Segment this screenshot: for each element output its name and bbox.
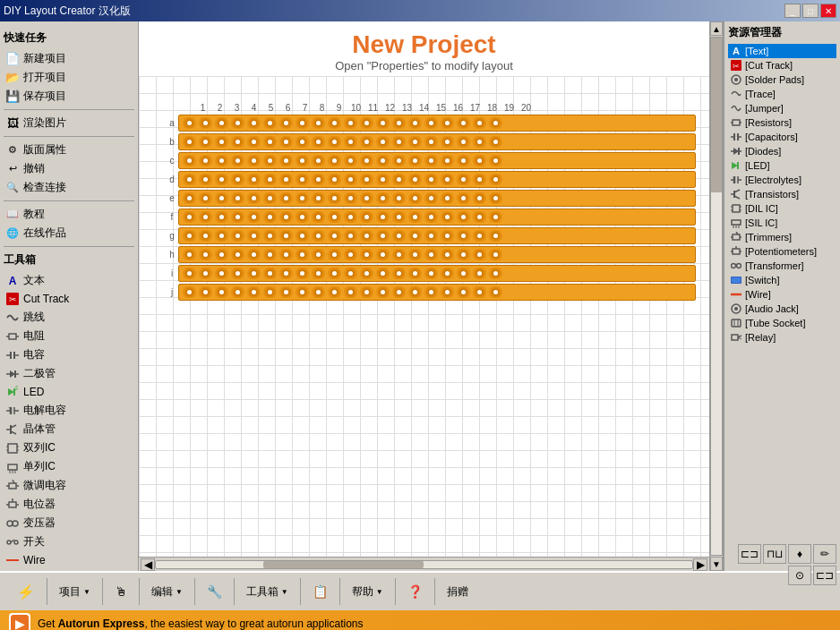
scroll-down-btn[interactable]: ▼: [710, 557, 723, 571]
online-works-item[interactable]: 🌐 在线作品: [4, 224, 134, 243]
hole-g-13[interactable]: [375, 230, 390, 242]
resource-electrolytes[interactable]: [Electrolytes]: [728, 173, 836, 187]
jumper-tool[interactable]: 跳线: [4, 308, 134, 327]
hole-d-2[interactable]: [198, 174, 213, 185]
hole-b-9[interactable]: [311, 136, 326, 148]
cursor-btn[interactable]: 🖱: [107, 580, 135, 603]
edit-menu-btn[interactable]: 编辑 ▼: [143, 580, 191, 604]
hole-e-19[interactable]: [472, 192, 487, 204]
hole-b-2[interactable]: [198, 136, 213, 148]
close-button[interactable]: ✕: [820, 4, 836, 18]
hole-d-9[interactable]: [311, 174, 326, 185]
hole-b-19[interactable]: [472, 136, 487, 148]
hole-d-18[interactable]: [456, 174, 471, 185]
hole-h-5[interactable]: [246, 249, 261, 260]
hole-a-12[interactable]: [359, 117, 374, 129]
hole-b-8[interactable]: [295, 136, 310, 148]
hole-a-8[interactable]: [295, 117, 310, 129]
hole-g-6[interactable]: [262, 230, 278, 242]
hole-f-3[interactable]: [214, 211, 229, 223]
hole-a-19[interactable]: [472, 117, 487, 129]
hole-e-2[interactable]: [198, 192, 213, 204]
scroll-thumb[interactable]: [263, 561, 424, 568]
hole-f-4[interactable]: [230, 211, 245, 223]
hole-g-1[interactable]: [182, 230, 197, 242]
hole-j-9[interactable]: [311, 286, 326, 298]
hole-a-13[interactable]: [375, 117, 390, 129]
resource-resistors[interactable]: [Resistors]: [728, 115, 836, 130]
hole-g-20[interactable]: [488, 230, 503, 242]
hole-h-11[interactable]: [343, 249, 358, 260]
transistor-tool[interactable]: 晶体管: [4, 420, 134, 438]
hole-a-5[interactable]: [246, 117, 261, 129]
tutorial-item[interactable]: 📖 教程: [4, 205, 134, 224]
hole-j-1[interactable]: [182, 286, 197, 298]
resource-diodes[interactable]: [Diodes]: [728, 144, 836, 158]
hole-h-7[interactable]: [279, 249, 294, 260]
hole-c-18[interactable]: [456, 155, 471, 166]
hole-h-10[interactable]: [327, 249, 342, 260]
hole-e-1[interactable]: [182, 192, 197, 204]
hole-i-17[interactable]: [440, 268, 455, 279]
hole-c-20[interactable]: [488, 155, 503, 166]
hole-j-15[interactable]: [407, 286, 423, 298]
hole-c-11[interactable]: [343, 155, 358, 166]
render-image-item[interactable]: 🖼 渲染图片: [4, 114, 134, 132]
resource-tube-socket[interactable]: [Tube Socket]: [728, 316, 836, 330]
new-project-item[interactable]: 📄 新建项目: [4, 49, 134, 68]
hole-i-13[interactable]: [375, 268, 390, 279]
hole-h-3[interactable]: [214, 249, 229, 260]
hole-f-18[interactable]: [456, 211, 471, 223]
hole-h-19[interactable]: [472, 249, 487, 260]
hole-a-15[interactable]: [407, 117, 423, 129]
hole-e-20[interactable]: [488, 192, 503, 204]
hole-g-3[interactable]: [214, 230, 229, 242]
hole-a-17[interactable]: [440, 117, 455, 129]
track-strip-b[interactable]: [178, 133, 696, 150]
hole-j-20[interactable]: [488, 286, 503, 298]
hole-f-5[interactable]: [246, 211, 261, 223]
hole-j-4[interactable]: [230, 286, 245, 298]
resource-wire[interactable]: [Wire]: [728, 287, 836, 302]
breadboard[interactable]: 1 2 3 4 5 6 7 8 9 10 11 12 13 14 15 16 1: [166, 103, 696, 302]
maximize-button[interactable]: □: [802, 4, 819, 18]
hole-g-16[interactable]: [424, 230, 439, 242]
clipboard-btn[interactable]: 📋: [304, 580, 336, 603]
hole-i-19[interactable]: [472, 268, 487, 279]
canvas-container[interactable]: 1 2 3 4 5 6 7 8 9 10 11 12 13 14 15 16 1: [139, 76, 709, 557]
ad-banner[interactable]: ▶ Get Autorun Express, the easiest way t…: [0, 610, 840, 630]
hole-i-20[interactable]: [488, 268, 503, 279]
hole-i-5[interactable]: [246, 268, 261, 279]
hole-h-12[interactable]: [359, 249, 374, 260]
hole-b-14[interactable]: [391, 136, 407, 148]
hole-j-5[interactable]: [246, 286, 261, 298]
track-strip-c[interactable]: [178, 152, 696, 169]
hole-h-1[interactable]: [182, 249, 197, 260]
v-scroll-track[interactable]: [710, 37, 723, 556]
hole-c-3[interactable]: [214, 155, 229, 166]
resource-text[interactable]: A [Text]: [728, 44, 836, 58]
hole-b-18[interactable]: [456, 136, 471, 148]
track-strip-a[interactable]: [178, 115, 696, 132]
hole-f-8[interactable]: [295, 211, 310, 223]
hole-e-14[interactable]: [391, 192, 407, 204]
hole-c-2[interactable]: [198, 155, 213, 166]
v-scroll-thumb[interactable]: [711, 38, 722, 192]
hole-h-15[interactable]: [407, 249, 423, 260]
hole-d-11[interactable]: [343, 174, 358, 185]
question-btn[interactable]: ❓: [399, 580, 431, 603]
track-strip-f[interactable]: [178, 209, 696, 226]
hole-j-10[interactable]: [327, 286, 342, 298]
hole-f-16[interactable]: [424, 211, 439, 223]
resource-sil-ic[interactable]: [SIL IC]: [728, 216, 836, 230]
hole-a-3[interactable]: [214, 117, 229, 129]
hole-a-7[interactable]: [279, 117, 294, 129]
hole-b-13[interactable]: [375, 136, 390, 148]
hole-b-11[interactable]: [343, 136, 358, 148]
hole-d-12[interactable]: [359, 174, 374, 185]
resource-potentiometers[interactable]: [Potentiometers]: [728, 244, 836, 259]
hole-i-16[interactable]: [424, 268, 439, 279]
hole-e-6[interactable]: [262, 192, 278, 204]
electrolytic-tool[interactable]: + 电解电容: [4, 401, 134, 420]
hole-j-2[interactable]: [198, 286, 213, 298]
